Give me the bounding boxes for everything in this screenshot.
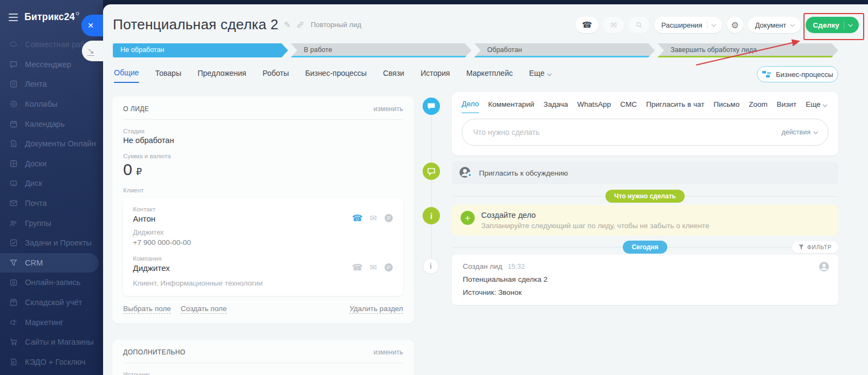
- company-mail-icon[interactable]: ✉: [370, 263, 377, 272]
- actions-dropdown[interactable]: действия: [781, 128, 817, 136]
- contact-phone-value[interactable]: +7 900 000-00-00: [133, 238, 393, 247]
- company-call-icon[interactable]: ☎: [352, 263, 363, 272]
- close-slider-button[interactable]: ×: [81, 15, 103, 36]
- client-field-label: Клиент: [123, 187, 403, 193]
- todo-input[interactable]: [473, 128, 781, 137]
- chevron-down-icon: [822, 102, 827, 107]
- activity-tab-comment[interactable]: Комментарий: [488, 100, 534, 113]
- timeline-event-card: Создан лид 15:32 Потенциальная сделка 2 …: [452, 255, 838, 305]
- sidebar-item-booking[interactable]: Онлайн-запись: [0, 273, 103, 293]
- stage-processed[interactable]: Обработан: [474, 43, 655, 57]
- activity-tab-invite-chat[interactable]: Пригласить в чат: [646, 100, 704, 113]
- tab-products[interactable]: Товары: [155, 69, 181, 82]
- search-button[interactable]: [629, 17, 649, 33]
- activity-tab-sms[interactable]: СМС: [620, 100, 637, 113]
- calendar-icon: [9, 120, 18, 128]
- event-author-avatar[interactable]: [819, 261, 829, 274]
- sidebar-item-groups[interactable]: Группы: [0, 213, 103, 233]
- call-button[interactable]: ☎: [576, 17, 598, 33]
- repeat-lead-badge: Повторный лид: [311, 21, 361, 29]
- document-button[interactable]: Документ: [748, 17, 801, 33]
- add-person-icon: [459, 166, 473, 179]
- today-pill: Сегодня: [623, 241, 667, 254]
- chevron-down-icon: [547, 72, 551, 76]
- mail-button[interactable]: ✉: [603, 17, 624, 33]
- stage-in-progress[interactable]: В работе: [291, 43, 471, 57]
- additional-card: ДОПОЛНИТЕЛЬНО изменить Источник Звонок: [112, 340, 414, 375]
- gear-icon: ⚙: [731, 20, 738, 30]
- create-field-link[interactable]: Создать поле: [181, 305, 227, 314]
- tab-history[interactable]: История: [420, 69, 450, 82]
- company-chat-icon[interactable]: [384, 263, 393, 272]
- tab-marketplace[interactable]: Маркетплейс: [466, 69, 513, 82]
- edit-about-link[interactable]: изменить: [374, 105, 403, 113]
- sidebar-item-documents[interactable]: Документы Онлайн: [0, 134, 103, 154]
- contact-mail-icon[interactable]: ✉: [370, 214, 377, 223]
- add-activity-button[interactable]: +: [461, 211, 475, 225]
- contact-company-label: Диджитех: [133, 229, 393, 236]
- booking-icon: [9, 278, 18, 287]
- sidebar-item-calendar[interactable]: Календарь: [0, 114, 103, 134]
- activity-tab-deal[interactable]: Дело: [462, 100, 479, 113]
- invite-discussion-row[interactable]: Пригласить к обсуждению: [452, 161, 838, 184]
- business-processes-button[interactable]: Бизнес-процессы: [757, 66, 838, 82]
- document-icon: [9, 139, 18, 148]
- activity-tab-more[interactable]: Еще: [806, 100, 826, 113]
- tab-links[interactable]: Связи: [383, 69, 404, 82]
- activity-tab-zoom[interactable]: Zoom: [749, 100, 768, 113]
- stage-finish[interactable]: Завершить обработку лида: [658, 43, 838, 57]
- sidebar-item-mail[interactable]: Почта: [0, 193, 103, 214]
- tab-more[interactable]: Еще: [529, 69, 551, 82]
- hint-title[interactable]: Создайте дело: [481, 211, 709, 219]
- copy-link-icon[interactable]: [296, 21, 304, 29]
- activity-tab-visit[interactable]: Визит: [777, 100, 796, 113]
- stage-not-processed[interactable]: Не обработан: [113, 43, 288, 57]
- app-logo[interactable]: Битрикс24: [24, 11, 79, 23]
- sidebar-item-sites[interactable]: Сайты и Магазины: [0, 332, 103, 352]
- sidebar-item-warehouse[interactable]: Складской учёт: [0, 293, 103, 313]
- contact-call-icon[interactable]: ☎: [352, 214, 363, 223]
- stage-field-value[interactable]: Не обработан: [123, 136, 403, 145]
- filter-button[interactable]: ФИЛЬТР: [792, 241, 838, 253]
- activity-tab-whatsapp[interactable]: WhatsApp: [577, 100, 611, 113]
- create-deal-button[interactable]: Сделку: [806, 17, 859, 33]
- megaphone-icon: [9, 318, 18, 327]
- sidebar-item-crm[interactable]: CRM: [0, 253, 99, 273]
- sidebar-item-kedo[interactable]: КЭДО + Госключ: [0, 352, 103, 372]
- lead-stage-bar: Не обработан В работе Обработан Завершит…: [113, 43, 838, 57]
- lead-slider-panel: × ↘ Потенциальная сделка 2 ✎ Повторный л…: [103, 4, 868, 375]
- sidebar-item-boards[interactable]: Доски: [0, 154, 103, 174]
- dock-icon: ↘: [87, 47, 94, 56]
- edit-title-icon[interactable]: ✎: [284, 20, 291, 30]
- about-section-title: О ЛИДЕ: [123, 105, 149, 113]
- activity-tab-task[interactable]: Задача: [544, 100, 568, 113]
- funnel-icon: [799, 244, 804, 250]
- sidebar-item-disk[interactable]: Диск: [0, 173, 103, 193]
- edit-additional-link[interactable]: изменить: [374, 348, 403, 356]
- tab-quotes[interactable]: Предложения: [197, 69, 246, 82]
- select-field-link[interactable]: Выбрать поле: [123, 305, 171, 314]
- settings-button[interactable]: ⚙: [727, 17, 743, 33]
- event-title: Создан лид: [463, 262, 502, 270]
- contact-name[interactable]: Антон: [133, 214, 156, 223]
- delete-section-link[interactable]: Удалить раздел: [349, 305, 403, 314]
- people-icon: [9, 219, 18, 228]
- sidebar-item-feed[interactable]: Лента: [0, 74, 103, 94]
- tab-robots[interactable]: Роботы: [263, 69, 289, 82]
- sum-value[interactable]: 0: [123, 160, 132, 179]
- tab-bizproc[interactable]: Бизнес-процессы: [305, 69, 366, 82]
- tab-general[interactable]: Общие: [114, 68, 139, 83]
- activity-bubble-icon: [423, 98, 440, 115]
- sidebar-item-marketing[interactable]: Маркетинг: [0, 312, 103, 332]
- dock-slider-button[interactable]: ↘: [82, 41, 103, 61]
- menu-burger-icon[interactable]: [9, 14, 18, 21]
- activity-tab-letter[interactable]: Письмо: [713, 100, 739, 113]
- company-name[interactable]: Диджитех: [133, 263, 170, 273]
- todo-pill-divider: Что нужно сделать: [452, 190, 838, 203]
- extensions-button[interactable]: Расширения: [654, 17, 722, 33]
- contact-chat-icon[interactable]: [384, 214, 393, 223]
- sidebar-item-tasks[interactable]: Задачи и Проекты: [0, 233, 103, 253]
- event-info-icon: i: [423, 258, 439, 274]
- sidebar-item-collabs[interactable]: Коллабы: [0, 94, 103, 114]
- company-label: Компания: [133, 255, 170, 262]
